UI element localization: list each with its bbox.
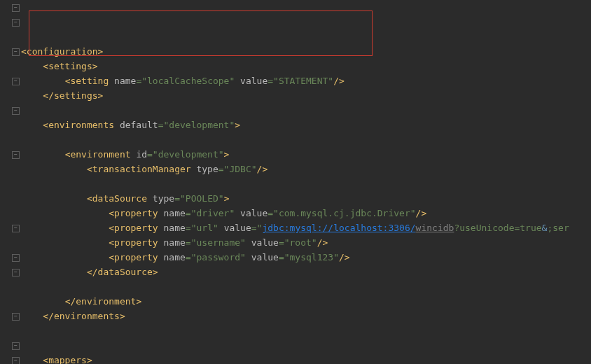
fold-gutter: −−−−−−−−−−−− xyxy=(0,0,17,364)
code-line[interactable]: </dataSource> xyxy=(21,265,591,279)
code-line[interactable]: </environments> xyxy=(21,309,591,323)
code-line[interactable]: <property name="password" value="mysql12… xyxy=(21,250,591,265)
code-line[interactable]: <environment id="development"> xyxy=(21,147,591,162)
code-line[interactable]: <configuration> xyxy=(21,44,591,59)
code-line[interactable]: <property name="driver" value="com.mysql… xyxy=(21,206,591,220)
code-line[interactable]: <dataSource type="POOLED"> xyxy=(21,191,591,206)
code-line[interactable]: <mappers> xyxy=(21,353,591,364)
code-line[interactable] xyxy=(21,103,591,118)
code-line[interactable] xyxy=(21,338,591,353)
code-line[interactable]: </environment> xyxy=(21,294,591,309)
code-line[interactable] xyxy=(21,323,591,338)
code-area[interactable]: <configuration> <settings> <setting name… xyxy=(17,0,591,364)
code-line[interactable]: <settings> xyxy=(21,59,591,74)
code-line[interactable]: <property name="username" value="root"/> xyxy=(21,235,591,250)
code-line[interactable]: <setting name="localCacheScope" value="S… xyxy=(21,74,591,88)
code-line[interactable] xyxy=(21,132,591,147)
code-line[interactable] xyxy=(21,176,591,191)
code-line[interactable] xyxy=(21,279,591,294)
code-line[interactable]: <transactionManager type="JDBC"/> xyxy=(21,162,591,176)
code-line[interactable]: <property name="url" value="jdbc:mysql:/… xyxy=(21,220,591,235)
code-line[interactable]: </settings> xyxy=(21,88,591,103)
code-editor[interactable]: −−−−−−−−−−−− <configuration> <settings> … xyxy=(0,0,591,364)
code-line[interactable]: <environments default="development"> xyxy=(21,118,591,132)
